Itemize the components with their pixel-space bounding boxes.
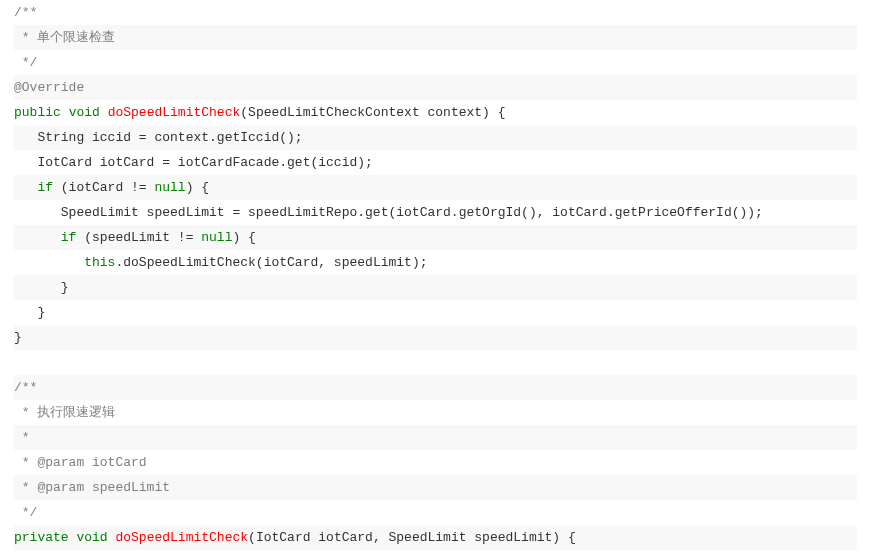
token-comment: * 单个限速检查 [14, 30, 115, 45]
token-plain: (SpeedLimitCheckContext context) { [240, 105, 505, 120]
token-plain: } [14, 280, 69, 295]
code-line: public void doSpeedLimitCheck(SpeedLimit… [14, 100, 857, 125]
token-comment: * 执行限速逻辑 [14, 405, 115, 420]
token-keyword: if [37, 180, 53, 195]
token-plain: ) { [186, 180, 209, 195]
code-line: * @param speedLimit [14, 475, 857, 500]
token-plain: } [14, 330, 22, 345]
token-plain: (iotCard != [53, 180, 154, 195]
token-method-name: doSpeedLimitCheck [115, 530, 248, 545]
code-line: } [14, 275, 857, 300]
code-line: if (speedLimit != null) { [14, 225, 857, 250]
code-line: /** [14, 375, 857, 400]
code-line: private void doSpeedLimitCheck(IotCard i… [14, 525, 857, 550]
token-keyword: void [76, 530, 107, 545]
code-line: * 单个限速检查 [14, 25, 857, 50]
token-plain: } [14, 305, 45, 320]
token-comment: */ [14, 55, 37, 70]
code-line [14, 350, 857, 375]
code-line: } [14, 325, 857, 350]
code-line: IotCard iotCard = iotCardFacade.get(icci… [14, 150, 857, 175]
token-keyword: if [61, 230, 77, 245]
token-keyword: null [154, 180, 185, 195]
code-line: /** [14, 0, 857, 25]
token-keyword: private [14, 530, 69, 545]
token-comment: /** [14, 380, 37, 395]
code-line: * [14, 425, 857, 450]
token-comment: * [14, 430, 30, 445]
token-comment: * @param iotCard [14, 455, 147, 470]
token-plain: (speedLimit != [76, 230, 201, 245]
token-plain [100, 105, 108, 120]
code-line: */ [14, 500, 857, 525]
token-comment: * @param speedLimit [14, 480, 170, 495]
code-line: * 执行限速逻辑 [14, 400, 857, 425]
token-plain: (IotCard iotCard, SpeedLimit speedLimit)… [248, 530, 576, 545]
token-plain: String iccid = context.getIccid(); [14, 130, 303, 145]
token-plain [14, 255, 84, 270]
token-comment: /** [14, 5, 37, 20]
token-plain [14, 180, 37, 195]
token-keyword: void [69, 105, 100, 120]
token-plain: SpeedLimit speedLimit = speedLimitRepo.g… [14, 205, 763, 220]
token-plain: IotCard iotCard = iotCardFacade.get(icci… [14, 155, 373, 170]
code-line: String iccid = context.getIccid(); [14, 125, 857, 150]
code-line: } [14, 300, 857, 325]
code-line: * @param iotCard [14, 450, 857, 475]
code-line: */ [14, 50, 857, 75]
code-line: @Override [14, 75, 857, 100]
token-comment: */ [14, 505, 37, 520]
token-method-name: doSpeedLimitCheck [108, 105, 241, 120]
token-keyword: this [84, 255, 115, 270]
token-plain: .doSpeedLimitCheck(iotCard, speedLimit); [115, 255, 427, 270]
code-line: this.doSpeedLimitCheck(iotCard, speedLim… [14, 250, 857, 275]
token-annotation: @Override [14, 80, 84, 95]
token-plain [14, 230, 61, 245]
code-line: SpeedLimit speedLimit = speedLimitRepo.g… [14, 200, 857, 225]
code-block: /** * 单个限速检查 */@Overridepublic void doSp… [0, 0, 871, 550]
token-plain [14, 355, 22, 370]
code-line: if (iotCard != null) { [14, 175, 857, 200]
token-keyword: public [14, 105, 61, 120]
token-plain: ) { [232, 230, 255, 245]
token-plain [61, 105, 69, 120]
token-keyword: null [201, 230, 232, 245]
